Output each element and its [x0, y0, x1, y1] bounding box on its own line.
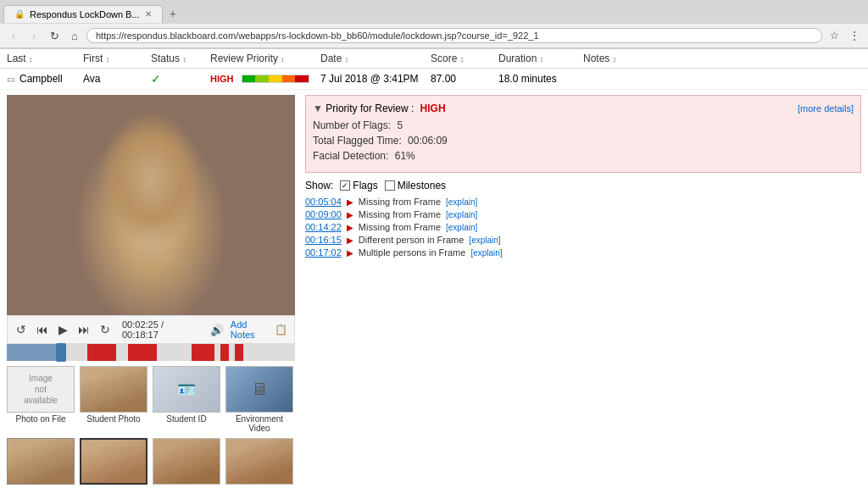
reload-btn[interactable]: ↻ [46, 27, 63, 44]
nav-right: ☆ ⋮ [826, 27, 863, 44]
thumb-img-student-photo [80, 366, 147, 413]
progress-filled [7, 344, 58, 361]
time-display: 00:02:25 / 00:18:17 [122, 319, 200, 340]
flag-explain-link[interactable]: [explain] [470, 248, 502, 258]
thumb-student-id[interactable]: 🪪 Student ID [153, 366, 220, 433]
flag-time[interactable]: 00:14:22 [305, 222, 342, 232]
flag-segment-3 [192, 344, 214, 361]
main-area: ↺ ⏮ ▶ ⏭ ↻ 00:02:25 / 00:18:17 🔊 Add Note… [0, 90, 868, 488]
col-review-header[interactable]: Review Priority ↕ [210, 53, 320, 64]
prev-frame-btn[interactable]: ⏮ [35, 321, 50, 338]
thumb-label-student-id: Student ID [166, 414, 206, 424]
next-frame-btn[interactable]: ⏭ [76, 321, 92, 338]
flags-list: 00:05:04 ▶ Missing from Frame [explain] … [305, 197, 861, 258]
rewind-start-btn[interactable]: ↺ [14, 321, 28, 338]
flag-play-icon[interactable]: ▶ [347, 223, 353, 232]
flag-play-icon[interactable]: ▶ [347, 210, 353, 219]
thumb-label-env: EnvironmentVideo [236, 414, 283, 433]
tab-close-btn[interactable]: ✕ [145, 9, 152, 19]
col-duration-header[interactable]: Duration ↕ [498, 53, 583, 64]
flag-description: Missing from Frame [359, 197, 441, 207]
forward-btn[interactable]: › [25, 27, 42, 44]
bookmark-btn[interactable]: ☆ [826, 27, 843, 44]
flags-checkbox[interactable]: ✓ [340, 180, 350, 191]
flag-time[interactable]: 00:17:02 [305, 247, 342, 258]
flag-explain-link[interactable]: [explain] [446, 210, 477, 219]
flags-checkbox-label[interactable]: ✓ Flags [340, 180, 377, 191]
new-tab-btn[interactable]: + [163, 3, 183, 24]
tab-title: Respondus LockDown B... [30, 9, 140, 19]
flag-play-icon[interactable]: ▶ [347, 248, 353, 258]
student-duration: 18.0 minutes [498, 73, 583, 85]
flag-segment-1 [87, 344, 116, 361]
flag-time[interactable]: 00:09:00 [305, 209, 342, 219]
thumb-row2-2[interactable] [80, 438, 147, 485]
thumb-img-env: 🖥 [225, 366, 293, 413]
thumb-img-student-id: 🪪 [153, 366, 220, 413]
volume-icon[interactable]: 🔊 [210, 324, 224, 336]
flag-time[interactable]: 00:16:15 [305, 235, 342, 245]
thumb-environment-video[interactable]: 🖥 EnvironmentVideo [225, 366, 293, 433]
flag-play-icon[interactable]: ▶ [347, 236, 353, 245]
timeline-bar[interactable] [7, 344, 295, 361]
flag-segment-4 [220, 344, 229, 361]
status-checkmark: ✓ [151, 72, 161, 86]
student-status: ✓ [151, 72, 210, 86]
thumb-photo-on-file[interactable]: Imagenotavailable Photo on File [7, 366, 75, 433]
flag-play-icon[interactable]: ▶ [347, 197, 353, 207]
menu-btn[interactable]: ⋮ [846, 27, 863, 44]
thumb-row2-4[interactable] [225, 438, 293, 485]
thumb-student-photo[interactable]: Student Photo [80, 366, 147, 433]
flag-description: Different person in Frame [359, 235, 465, 245]
thumb-img-row2-2 [80, 438, 147, 485]
thumb-label-photo: Photo on File [16, 414, 66, 424]
flag-description: Missing from Frame [359, 222, 441, 232]
priority-title: ▼ Priority for Review : HIGH [313, 103, 446, 114]
browser-chrome: 🔒 Respondus LockDown B... ✕ + ‹ › ↻ ⌂ ht… [0, 0, 868, 49]
flag-item: 00:14:22 ▶ Missing from Frame [explain] [305, 222, 861, 232]
flag-time[interactable]: 00:05:04 [305, 197, 342, 207]
expand-icon[interactable]: ▭ [7, 75, 14, 84]
thumbnails-row-2 [7, 438, 295, 488]
facial-detection-row: Facial Detection: 61% [313, 150, 854, 162]
milestones-checkbox[interactable] [385, 180, 395, 191]
col-status-header[interactable]: Status ↕ [151, 53, 210, 64]
thumb-img-row2-4 [225, 438, 293, 485]
flag-segment-5 [235, 344, 243, 361]
thumb-row2-3[interactable] [153, 438, 220, 485]
col-first-header[interactable]: First ↕ [83, 53, 151, 64]
browser-tab[interactable]: 🔒 Respondus LockDown B... ✕ [3, 5, 163, 23]
col-notes-header[interactable]: Notes ↕ [583, 53, 634, 64]
flag-explain-link[interactable]: [explain] [469, 236, 500, 245]
flag-item: 00:16:15 ▶ Different person in Frame [ex… [305, 235, 861, 245]
play-btn[interactable]: ▶ [57, 321, 70, 338]
flag-description: Missing from Frame [359, 209, 441, 219]
thumb-img-row2-3 [153, 438, 220, 485]
student-row: ▭ Campbell Ava ✓ HIGH 7 Jul 2018 @ 3:41P… [0, 69, 868, 90]
address-bar[interactable]: https://respondus.blackboard.com/webapps… [86, 28, 822, 43]
priority-box: ▼ Priority for Review : HIGH [more detai… [305, 95, 861, 173]
student-score: 87.00 [431, 73, 498, 85]
student-priority: HIGH [210, 73, 320, 85]
notes-icon: 📋 [275, 324, 287, 336]
flagged-time-row: Total Flagged Time: 00:06:09 [313, 135, 854, 147]
tab-bar: 🔒 Respondus LockDown B... ✕ + [0, 0, 868, 24]
col-date-header[interactable]: Date ↕ [320, 53, 431, 64]
flag-explain-link[interactable]: [explain] [446, 197, 477, 207]
add-notes-btn[interactable]: Add Notes 📋 [231, 319, 287, 340]
forward-end-btn[interactable]: ↻ [98, 321, 112, 338]
milestones-checkbox-label[interactable]: Milestones [385, 180, 446, 191]
thumb-label-student-photo: Student Photo [86, 414, 140, 424]
timeline-thumb[interactable] [56, 343, 66, 362]
student-first: Ava [83, 73, 151, 85]
col-score-header[interactable]: Score ↕ [431, 53, 498, 64]
flag-explain-link[interactable]: [explain] [446, 223, 477, 232]
back-btn[interactable]: ‹ [5, 27, 22, 44]
priority-header: ▼ Priority for Review : HIGH [more detai… [313, 103, 854, 114]
nav-bar: ‹ › ↻ ⌂ https://respondus.blackboard.com… [0, 24, 868, 48]
home-btn[interactable]: ⌂ [66, 27, 83, 44]
thumb-img-row2-1 [7, 438, 75, 485]
thumb-row2-1[interactable] [7, 438, 75, 485]
more-details-link[interactable]: [more details] [798, 103, 854, 114]
col-last-header[interactable]: Last ↕ [7, 53, 83, 64]
